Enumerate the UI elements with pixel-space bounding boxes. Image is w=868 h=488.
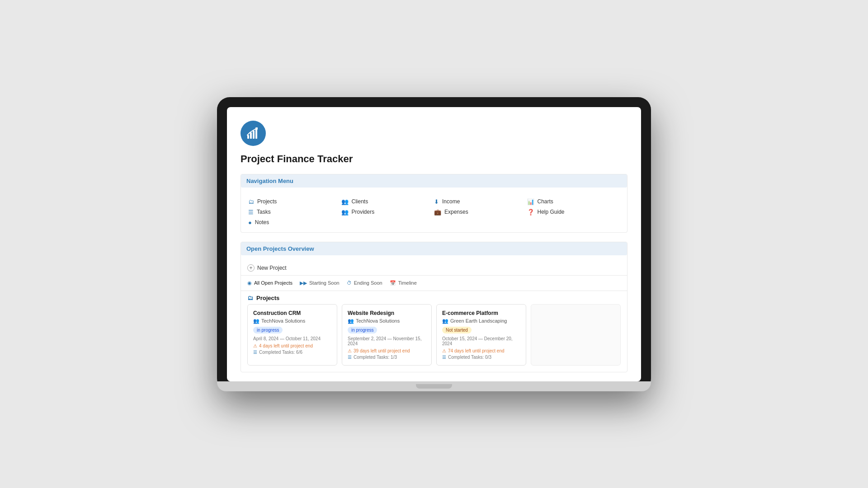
nav-label-notes: Notes [255, 219, 269, 225]
card-client: 👥 TechNova Solutions [348, 318, 426, 324]
client-icon: 👥 [253, 318, 259, 324]
project-tabs: ◉ All Open Projects ▶▶ Starting Soon ⏱ E… [241, 276, 627, 291]
income-icon: ⬇ [434, 198, 439, 205]
notes-icon: ● [248, 219, 252, 226]
project-card-website-redesign[interactable]: Website Redesign 👥 TechNova Solutions in… [342, 304, 432, 366]
nav-label-projects: Projects [257, 198, 277, 205]
nav-col-3: ⬇ Income 💼 Expenses [434, 198, 527, 226]
tab-all-open-label: All Open Projects [254, 280, 292, 286]
tab-starting-soon[interactable]: ▶▶ Starting Soon [300, 278, 344, 288]
nav-item-clients[interactable]: 👥 Clients [341, 198, 434, 205]
app-content: Project Finance Tracker Navigation Menu … [227, 107, 641, 381]
nav-item-tasks[interactable]: ☰ Tasks [248, 209, 341, 216]
nav-menu-header: Navigation Menu [241, 174, 627, 188]
svg-rect-1 [250, 132, 252, 139]
providers-icon: 👥 [341, 209, 349, 216]
tab-ending-soon-label: Ending Soon [354, 280, 382, 286]
nav-label-charts: Charts [538, 198, 553, 205]
days-left: ⚠ 74 days left until project end [442, 348, 520, 353]
completed-tasks: ☰ Completed Tasks: 6/6 [253, 350, 331, 355]
plus-icon: + [247, 264, 255, 272]
tasks-check-icon: ☰ [253, 350, 257, 355]
nav-item-expenses[interactable]: 💼 Expenses [434, 209, 527, 216]
tab-timeline-label: Timeline [398, 280, 417, 286]
tasks-check-icon: ☰ [348, 355, 352, 360]
warning-icon: ⚠ [253, 343, 257, 348]
tab-starting-soon-label: Starting Soon [309, 280, 340, 286]
projects-section-label: Projects [256, 295, 279, 301]
warning-icon: ⚠ [442, 348, 446, 353]
help-icon: ❓ [527, 209, 534, 216]
nav-col-2: 👥 Clients 👥 Providers [341, 198, 434, 226]
projects-section: Open Projects Overview + New Project ◉ A… [241, 242, 627, 372]
nav-label-tasks: Tasks [257, 209, 271, 215]
nav-item-income[interactable]: ⬇ Income [434, 198, 527, 205]
charts-icon: 📊 [527, 198, 534, 205]
completed-tasks: ☰ Completed Tasks: 1/3 [348, 355, 426, 360]
projects-section-icon: 🗂 [247, 295, 253, 301]
timeline-icon: 📅 [390, 280, 396, 286]
completed-tasks: ☰ Completed Tasks: 0/3 [442, 355, 520, 360]
card-title: Website Redesign [348, 310, 426, 316]
projects-label-row: 🗂 Projects [241, 291, 627, 304]
svg-rect-0 [247, 135, 249, 139]
tab-timeline[interactable]: 📅 Timeline [390, 278, 421, 288]
project-dates: April 8, 2024 — October 11, 2024 [253, 336, 331, 341]
card-client: 👥 Green Earth Landscaping [442, 318, 520, 324]
all-open-icon: ◉ [247, 280, 252, 286]
nav-col-4: 📊 Charts ❓ Help Guide [527, 198, 620, 226]
client-name: TechNova Solutions [261, 318, 305, 324]
projects-cards: Construction CRM 👥 TechNova Solutions in… [241, 304, 627, 372]
starting-icon: ▶▶ [300, 280, 307, 286]
project-card-empty [531, 304, 621, 366]
tab-ending-soon[interactable]: ⏱ Ending Soon [347, 278, 387, 287]
nav-menu-section: Navigation Menu 🗂 Projects ☰ Tasks [241, 174, 627, 233]
laptop-frame: Project Finance Tracker Navigation Menu … [217, 97, 651, 391]
project-card-ecommerce[interactable]: E-commerce Platform 👥 Green Earth Landsc… [436, 304, 526, 366]
nav-label-clients: Clients [352, 198, 368, 205]
clients-icon: 👥 [341, 198, 349, 205]
days-left: ⚠ 4 days left until project end [253, 343, 331, 348]
warning-icon: ⚠ [348, 348, 352, 353]
laptop-base [217, 381, 651, 391]
nav-item-notes[interactable]: ● Notes [248, 219, 341, 226]
status-badge: Not started [442, 327, 472, 333]
project-card-construction-crm[interactable]: Construction CRM 👥 TechNova Solutions in… [247, 304, 337, 366]
nav-grid: 🗂 Projects ☰ Tasks ● Notes [241, 193, 627, 232]
projects-header: Open Projects Overview [241, 242, 627, 255]
client-icon: 👥 [442, 318, 448, 324]
nav-col-1: 🗂 Projects ☰ Tasks ● Notes [248, 198, 341, 226]
days-left: ⚠ 39 days left until project end [348, 348, 426, 353]
ending-icon: ⏱ [347, 280, 352, 286]
project-dates: October 15, 2024 — December 20, 2024 [442, 336, 520, 346]
card-client: 👥 TechNova Solutions [253, 318, 331, 324]
laptop-notch [416, 384, 452, 389]
nav-item-help-guide[interactable]: ❓ Help Guide [527, 209, 620, 216]
svg-rect-3 [255, 129, 257, 139]
nav-item-providers[interactable]: 👥 Providers [341, 209, 434, 216]
card-title: Construction CRM [253, 310, 331, 316]
nav-label-expenses: Expenses [444, 209, 468, 215]
client-name: Green Earth Landscaping [450, 318, 507, 324]
tasks-check-icon: ☰ [442, 355, 446, 360]
laptop-screen: Project Finance Tracker Navigation Menu … [227, 107, 641, 381]
nav-label-income: Income [442, 198, 460, 205]
app-logo [241, 121, 266, 146]
svg-rect-2 [253, 131, 255, 139]
nav-item-charts[interactable]: 📊 Charts [527, 198, 620, 205]
client-name: TechNova Solutions [356, 318, 400, 324]
projects-icon: 🗂 [248, 198, 254, 205]
new-project-button[interactable]: + New Project [241, 261, 627, 276]
status-badge: in progress [348, 327, 377, 333]
app-title: Project Finance Tracker [241, 153, 627, 165]
expenses-icon: 💼 [434, 209, 441, 216]
nav-label-help: Help Guide [538, 209, 565, 215]
client-icon: 👥 [348, 318, 354, 324]
nav-item-projects[interactable]: 🗂 Projects [248, 198, 341, 205]
nav-label-providers: Providers [352, 209, 375, 215]
project-dates: September 2, 2024 — November 15, 2024 [348, 336, 426, 346]
tasks-icon: ☰ [248, 209, 254, 216]
tab-all-open[interactable]: ◉ All Open Projects [247, 278, 297, 288]
status-badge: in progress [253, 327, 283, 333]
new-project-label: New Project [257, 265, 287, 271]
